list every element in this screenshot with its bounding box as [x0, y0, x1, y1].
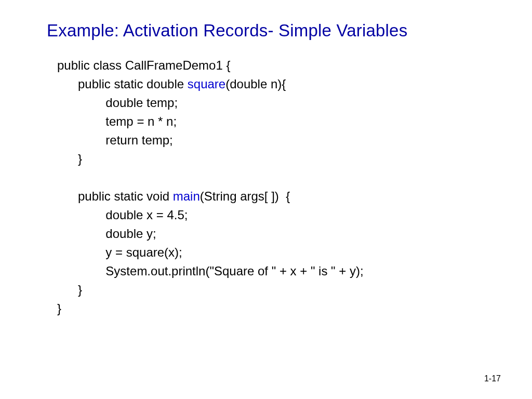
code-line: } [57, 283, 82, 297]
code-line: (String args[ ]) { [200, 189, 290, 203]
code-line: double y; [57, 227, 156, 241]
code-line: public class CallFrameDemo1 { [57, 58, 230, 72]
code-line: y = square(x); [57, 245, 182, 259]
page-number: 1-17 [484, 374, 501, 383]
code-line: System.out.println("Square of " + x + " … [57, 264, 364, 278]
code-line: } [57, 301, 61, 315]
code-block: public class CallFrameDemo1 { public sta… [47, 56, 485, 318]
code-line: } [57, 152, 82, 166]
code-line: (double n){ [225, 77, 286, 91]
slide-title: Example: Activation Records- Simple Vari… [47, 21, 485, 41]
code-line: double temp; [57, 96, 178, 110]
method-name: square [188, 77, 225, 91]
code-line: temp = n * n; [57, 114, 177, 128]
method-name: main [173, 189, 200, 203]
code-line: public static void [57, 189, 173, 203]
code-line: double x = 4.5; [57, 208, 188, 222]
code-line: return temp; [57, 133, 173, 147]
code-line: public static double [57, 77, 188, 91]
